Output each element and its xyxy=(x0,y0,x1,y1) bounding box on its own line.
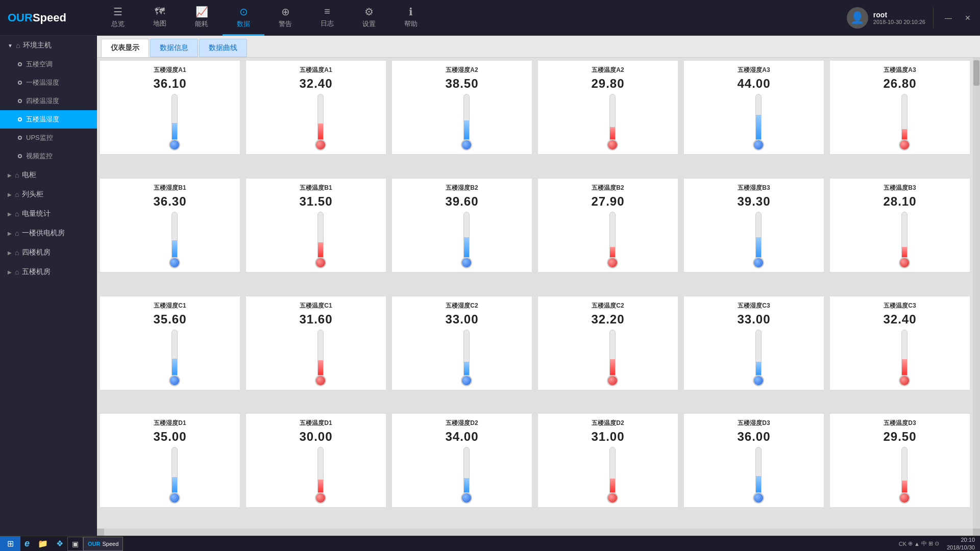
sidebar-group-4f-machine: ▶⌂四楼机房 xyxy=(0,243,97,262)
logo-speed: Speed xyxy=(33,11,66,24)
gauge-card: 五楼温度B1 31.50 xyxy=(246,178,386,272)
gauge-value: 30.00 xyxy=(299,430,332,444)
gauge-label: 五楼湿度C3 xyxy=(738,302,770,310)
sidebar-group-header-1f-supply[interactable]: ▶⌂一楼供电机房 xyxy=(0,223,97,243)
gauge-value: 28.10 xyxy=(883,194,916,209)
gauge-value: 36.30 xyxy=(153,194,186,209)
gauge-label: 五楼湿度B1 xyxy=(154,184,186,192)
sidebar-item-5f-ac[interactable]: 五楼空调 xyxy=(0,55,97,73)
gauge-card: 五楼温度D2 31.00 xyxy=(537,413,678,508)
gauge-label: 五楼温度B1 xyxy=(300,184,332,192)
gauge-label: 五楼温度A2 xyxy=(592,66,624,74)
gauge-value: 35.00 xyxy=(153,430,186,444)
gauge-label: 五楼湿度D3 xyxy=(738,419,770,428)
sidebar-group-header-env-host[interactable]: ▼⌂环境主机 xyxy=(0,36,97,55)
gauge-label: 五楼湿度A1 xyxy=(154,66,186,74)
gauge-card: 五楼温度A1 32.40 xyxy=(246,60,386,155)
gauge-value: 33.00 xyxy=(737,312,770,327)
gauge-label: 五楼湿度A3 xyxy=(738,66,770,74)
user-area: 👤 root 2018-10-30 20:10:26 — ✕ xyxy=(847,7,980,29)
gauge-label: 五楼温度D2 xyxy=(592,419,624,428)
gauge-value: 32.40 xyxy=(883,312,916,327)
sidebar-item-4f-temp[interactable]: 四楼温湿度 xyxy=(0,92,97,110)
nav-item-help[interactable]: ℹ帮助 xyxy=(390,0,432,36)
sidebar: ▼⌂环境主机五楼空调一楼温湿度四楼温湿度五楼温湿度UPS监控视频监控▶⌂电柜▶⌂… xyxy=(0,36,97,536)
gauge-value: 32.20 xyxy=(591,312,624,327)
gauge-value: 44.00 xyxy=(737,77,770,91)
gauge-card: 五楼温度D3 29.50 xyxy=(829,413,970,508)
sidebar-group-header-5f-machine[interactable]: ▶⌂五楼机房 xyxy=(0,262,97,282)
sidebar-item-video[interactable]: 视频监控 xyxy=(0,147,97,165)
sidebar-group-header-elec-cabinet[interactable]: ▶⌂电柜 xyxy=(0,165,97,185)
avatar: 👤 xyxy=(847,7,868,29)
gauge-label: 五楼温度B3 xyxy=(884,184,916,192)
content: 仪表显示 数据信息 数据曲线 五楼湿度A1 36.10 五楼温度A1 xyxy=(97,36,980,536)
nav-item-overview[interactable]: ☰总览 xyxy=(97,0,139,36)
topbar: OURSpeed ☰总览🗺地图📈能耗⊙数据⊕警告≡日志⚙设置ℹ帮助 👤 root… xyxy=(0,0,980,36)
sidebar-group-elec-cabinet: ▶⌂电柜 xyxy=(0,165,97,185)
gauge-card: 五楼湿度A2 38.50 xyxy=(391,60,532,155)
gauge-value: 31.60 xyxy=(299,312,332,327)
gauge-value: 33.00 xyxy=(445,312,478,327)
gauge-value: 31.00 xyxy=(591,430,624,444)
tab-data-info[interactable]: 数据信息 xyxy=(150,39,198,57)
gauge-card: 五楼湿度A3 44.00 xyxy=(683,60,824,155)
gauge-value: 38.50 xyxy=(445,77,478,91)
gauge-card: 五楼温度D1 30.00 xyxy=(246,413,386,508)
taskbar-ourspeed[interactable]: OURSpeed xyxy=(83,537,123,551)
sidebar-group-header-row-cabinet[interactable]: ▶⌂列头柜 xyxy=(0,185,97,204)
nav-item-energy[interactable]: 📈能耗 xyxy=(181,0,223,36)
nav-item-warning[interactable]: ⊕警告 xyxy=(264,0,306,36)
gauge-value: 36.00 xyxy=(737,430,770,444)
close-button[interactable]: ✕ xyxy=(961,11,975,25)
gauge-value: 27.90 xyxy=(591,194,624,209)
gauge-card: 五楼温度B2 27.90 xyxy=(537,178,678,272)
taskbar-ie[interactable]: e xyxy=(20,537,34,551)
taskbar-terminal[interactable]: ▣ xyxy=(67,537,83,551)
gauge-value: 36.10 xyxy=(153,77,186,91)
gauge-label: 五楼湿度D2 xyxy=(446,419,478,428)
nav-item-log[interactable]: ≡日志 xyxy=(306,0,348,36)
sidebar-group-header-4f-machine[interactable]: ▶⌂四楼机房 xyxy=(0,243,97,262)
systray-ck: CK xyxy=(899,541,906,547)
gauge-value: 29.80 xyxy=(591,77,624,91)
gauge-label: 五楼温度C2 xyxy=(592,302,624,310)
taskbar-folder[interactable]: 📁 xyxy=(34,537,52,551)
sidebar-item-5f-temp[interactable]: 五楼温湿度 xyxy=(0,110,97,129)
gauge-value: 31.50 xyxy=(299,194,332,209)
tab-data-curve[interactable]: 数据曲线 xyxy=(199,39,247,57)
gauge-card: 五楼湿度C1 35.60 xyxy=(100,296,240,390)
sidebar-item-ups[interactable]: UPS监控 xyxy=(0,129,97,147)
sidebar-item-1f-temp[interactable]: 一楼温湿度 xyxy=(0,73,97,92)
start-button[interactable]: ⊞ xyxy=(0,536,20,552)
gauge-label: 五楼温度D3 xyxy=(884,419,916,428)
sidebar-group-elec-stat: ▶⌂电量统计 xyxy=(0,204,97,223)
taskbar-clock: 20:10 2018/10/30 xyxy=(942,536,980,552)
datetime: 2018-10-30 20:10:26 xyxy=(873,19,925,25)
gauge-card: 五楼湿度B3 39.30 xyxy=(683,178,824,272)
nav-item-map[interactable]: 🗺地图 xyxy=(139,0,181,36)
sidebar-group-1f-supply: ▶⌂一楼供电机房 xyxy=(0,223,97,243)
tabs: 仪表显示 数据信息 数据曲线 xyxy=(97,36,980,58)
gauge-label: 五楼温度B2 xyxy=(592,184,624,192)
horizontal-scrollbar[interactable] xyxy=(97,529,980,536)
gauge-card: 五楼温度A3 26.80 xyxy=(829,60,970,155)
gauge-value: 39.30 xyxy=(737,194,770,209)
gauge-label: 五楼温度A1 xyxy=(300,66,332,74)
sidebar-group-header-elec-stat[interactable]: ▶⌂电量统计 xyxy=(0,204,97,223)
gauge-card: 五楼温度C1 31.60 xyxy=(246,296,386,390)
gauge-card: 五楼湿度C3 33.00 xyxy=(683,296,824,390)
username: root xyxy=(873,11,925,19)
taskbar-app[interactable]: ❖ xyxy=(52,537,67,551)
gauge-card: 五楼温度B3 28.10 xyxy=(829,178,970,272)
sidebar-group-env-host: ▼⌂环境主机五楼空调一楼温湿度四楼温湿度五楼温湿度UPS监控视频监控 xyxy=(0,36,97,165)
tab-gauge[interactable]: 仪表显示 xyxy=(101,39,149,57)
vertical-scrollbar[interactable] xyxy=(973,58,980,529)
nav-item-data[interactable]: ⊙数据 xyxy=(223,0,264,36)
gauge-card: 五楼湿度B2 39.60 xyxy=(391,178,532,272)
minimize-button[interactable]: — xyxy=(941,11,955,25)
gauge-value: 32.40 xyxy=(299,77,332,91)
gauge-label: 五楼温度C1 xyxy=(300,302,332,310)
nav-item-settings[interactable]: ⚙设置 xyxy=(348,0,390,36)
logo: OURSpeed xyxy=(0,11,97,24)
